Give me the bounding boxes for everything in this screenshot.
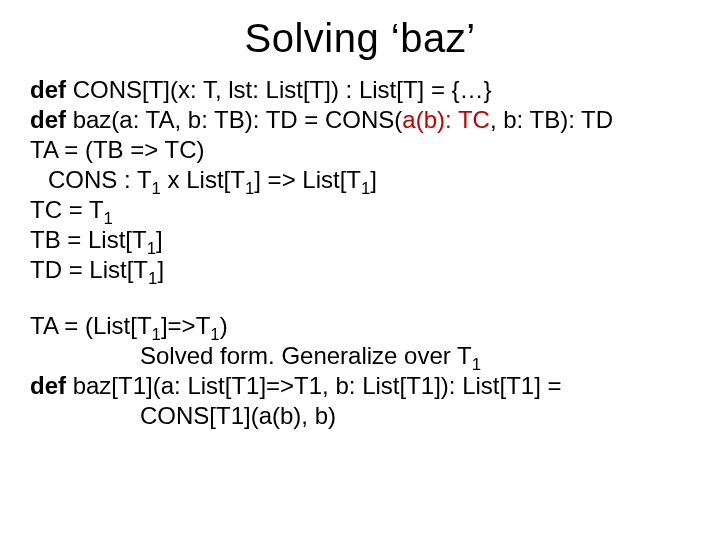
line-ta-eq: TA = (TB => TC) (30, 135, 690, 165)
sub: 1 (152, 179, 161, 198)
line-td: TD = List[T1] (30, 255, 690, 285)
sub: 1 (361, 179, 370, 198)
text: x List[T (161, 166, 245, 193)
text: ]=>T (161, 312, 210, 339)
text: CONS[T](x: T, lst: List[T]) : List[T] = … (66, 76, 492, 103)
sub: 1 (245, 179, 254, 198)
line-def-baz: def baz(a: TA, b: TB): TD = CONS(a(b): T… (30, 105, 690, 135)
text: ) (220, 312, 228, 339)
line-tc: TC = T1 (30, 195, 690, 225)
text: baz[T1](a: List[T1]=>T1, b: List[T1]): L… (66, 372, 562, 399)
line-ta-solved: TA = (List[T1]=>T1) (30, 311, 690, 341)
line-def-cons: def CONS[T](x: T, lst: List[T]) : List[T… (30, 75, 690, 105)
kw-def: def (30, 76, 66, 103)
slide-body: def CONS[T](x: T, lst: List[T]) : List[T… (30, 75, 690, 431)
kw-def: def (30, 372, 66, 399)
line-tb: TB = List[T1] (30, 225, 690, 255)
text: TD = List[T (30, 256, 148, 283)
sub: 1 (148, 269, 157, 288)
line-cons-call: CONS[T1](a(b), b) (30, 401, 690, 431)
text: Solved form. Generalize over T (140, 342, 472, 369)
highlight: a(b): TC (402, 106, 490, 133)
text: TB = List[T (30, 226, 147, 253)
text: CONS : T (48, 166, 152, 193)
text: ] (370, 166, 377, 193)
text: baz(a: TA, b: TB): TD = CONS( (66, 106, 402, 133)
text: , b: TB): TD (490, 106, 613, 133)
text: ] => List[T (254, 166, 361, 193)
line-def-baz-gen: def baz[T1](a: List[T1]=>T1, b: List[T1]… (30, 371, 690, 401)
text: TC = T (30, 196, 104, 223)
spacer (30, 285, 690, 311)
text: ] (156, 226, 163, 253)
slide: Solving ‘baz’ def CONS[T](x: T, lst: Lis… (0, 0, 720, 540)
line-solved-form: Solved form. Generalize over T1 (30, 341, 690, 371)
text: TA = (List[T (30, 312, 152, 339)
line-cons-type: CONS : T1 x List[T1] => List[T1] (30, 165, 690, 195)
text: ] (157, 256, 164, 283)
slide-title: Solving ‘baz’ (30, 16, 690, 61)
kw-def: def (30, 106, 66, 133)
